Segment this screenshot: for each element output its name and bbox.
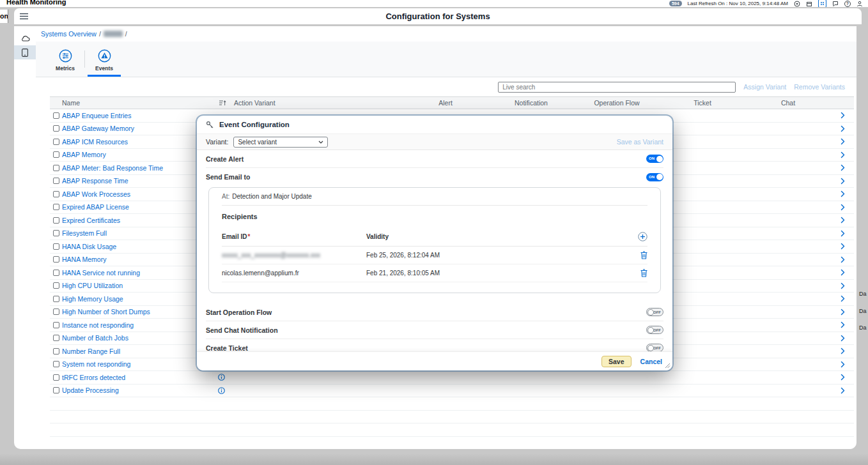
save-as-variant-button[interactable]: Save as Variant: [617, 138, 663, 146]
radar-icon[interactable]: [794, 1, 800, 7]
row-chevron-icon[interactable]: [831, 282, 854, 289]
resize-grip[interactable]: [665, 363, 670, 369]
breadcrumb-system-redacted[interactable]: [104, 31, 123, 37]
create-ticket-toggle[interactable]: OFF: [646, 344, 663, 351]
variant-select[interactable]: Select variant: [233, 137, 328, 148]
row-checkbox[interactable]: [53, 322, 59, 328]
row-checkbox[interactable]: [53, 282, 59, 289]
event-name-link[interactable]: ABAP Gateway Memory: [62, 125, 134, 132]
row-chevron-icon[interactable]: [831, 230, 854, 237]
row-chevron-icon[interactable]: [831, 309, 854, 316]
column-header-notification[interactable]: Notification: [488, 99, 574, 107]
row-checkbox[interactable]: [53, 335, 59, 341]
column-header-name[interactable]: Name: [50, 99, 230, 107]
event-name-link[interactable]: ABAP ICM Resources: [62, 138, 128, 146]
table-row[interactable]: tRFC Errors detected: [50, 371, 854, 385]
row-chevron-icon[interactable]: [831, 125, 854, 132]
package-icon[interactable]: [806, 1, 812, 7]
delete-recipient-button[interactable]: [640, 251, 647, 259]
event-name-link[interactable]: Instance not responding: [62, 321, 134, 329]
row-chevron-icon[interactable]: [831, 347, 854, 354]
column-header-action-variant[interactable]: Action Variant: [230, 99, 403, 107]
dialog-header[interactable]: Event Configuration: [197, 116, 672, 133]
event-name-link[interactable]: High Number of Short Dumps: [62, 308, 150, 316]
row-chevron-icon[interactable]: [831, 138, 854, 145]
row-checkbox[interactable]: [53, 361, 59, 367]
event-name-link[interactable]: System not responding: [62, 360, 130, 368]
row-checkbox[interactable]: [53, 374, 59, 381]
event-name-link[interactable]: Expired Certificates: [62, 217, 120, 224]
row-checkbox[interactable]: [53, 387, 59, 393]
save-button[interactable]: Save: [601, 356, 632, 367]
column-header-ticket[interactable]: Ticket: [660, 99, 745, 107]
row-chevron-icon[interactable]: [831, 178, 854, 185]
row-checkbox[interactable]: [53, 125, 59, 132]
row-checkbox[interactable]: [53, 178, 59, 184]
event-name-link[interactable]: Number Range Full: [62, 347, 120, 355]
event-name-link[interactable]: HANA Service not running: [62, 269, 140, 277]
cancel-button[interactable]: Cancel: [640, 358, 662, 365]
event-name-link[interactable]: ABAP Meter: Bad Response Time: [62, 164, 163, 172]
row-chevron-icon[interactable]: [831, 295, 854, 302]
event-name-link[interactable]: HANA Memory: [62, 255, 106, 263]
send-email-toggle[interactable]: ON: [646, 173, 663, 181]
breadcrumb-link-systems-overview[interactable]: Systems Overview: [41, 30, 97, 38]
tab-metrics[interactable]: Metrics: [46, 42, 84, 77]
chat-bubble-icon[interactable]: [832, 1, 839, 7]
assign-variant-button[interactable]: Assign Variant: [743, 83, 786, 91]
delete-recipient-button[interactable]: [640, 269, 647, 277]
table-row[interactable]: Update Processing: [50, 385, 854, 398]
row-checkbox[interactable]: [53, 217, 59, 224]
live-search-input[interactable]: [498, 82, 736, 93]
event-name-link[interactable]: ABAP Enqueue Entries: [62, 112, 131, 119]
add-recipient-button[interactable]: [638, 232, 647, 241]
account-icon[interactable]: [856, 1, 863, 7]
event-name-link[interactable]: Number of Batch Jobs: [62, 334, 128, 342]
event-name-link[interactable]: Filesystem Full: [62, 229, 107, 237]
event-name-link[interactable]: Update Processing: [62, 386, 119, 394]
row-chevron-icon[interactable]: [831, 151, 854, 158]
row-checkbox[interactable]: [53, 151, 59, 158]
row-checkbox[interactable]: [53, 204, 59, 210]
sidebar-item-cloud[interactable]: [14, 31, 36, 45]
row-chevron-icon[interactable]: [831, 256, 854, 263]
apps-grid-icon[interactable]: [818, 0, 826, 7]
row-checkbox[interactable]: [53, 296, 59, 302]
column-header-operation-flow[interactable]: Operation Flow: [574, 99, 660, 107]
row-chevron-icon[interactable]: [831, 204, 854, 211]
row-chevron-icon[interactable]: [831, 374, 854, 381]
start-operation-flow-toggle[interactable]: OFF: [646, 308, 663, 316]
sort-icon[interactable]: [219, 100, 226, 106]
row-chevron-icon[interactable]: [831, 164, 854, 171]
event-name-link[interactable]: Expired ABAP License: [62, 203, 129, 211]
row-checkbox[interactable]: [53, 139, 59, 145]
row-checkbox[interactable]: [53, 165, 59, 171]
row-chevron-icon[interactable]: [831, 361, 854, 368]
row-chevron-icon[interactable]: [831, 335, 854, 342]
row-checkbox[interactable]: [53, 256, 59, 263]
row-checkbox[interactable]: [53, 270, 59, 276]
help-icon[interactable]: ?: [844, 1, 851, 7]
create-alert-toggle[interactable]: ON: [646, 155, 663, 163]
remove-variants-button[interactable]: Remove Variants: [794, 83, 845, 91]
column-header-alert[interactable]: Alert: [403, 99, 488, 107]
event-name-link[interactable]: tRFC Errors detected: [62, 374, 125, 381]
event-name-link[interactable]: High Memory Usage: [62, 295, 123, 303]
row-chevron-icon[interactable]: [831, 387, 854, 394]
row-checkbox[interactable]: [53, 112, 59, 119]
row-checkbox[interactable]: [53, 348, 59, 354]
tab-events[interactable]: Events: [85, 42, 123, 77]
row-checkbox[interactable]: [53, 243, 59, 250]
row-checkbox[interactable]: [53, 230, 59, 236]
notification-badge[interactable]: 594: [669, 1, 682, 6]
event-name-link[interactable]: ABAP Response Time: [62, 177, 128, 185]
event-name-link[interactable]: HANA Disk Usage: [62, 243, 116, 250]
row-checkbox[interactable]: [53, 191, 59, 197]
row-chevron-icon[interactable]: [831, 321, 854, 328]
row-chevron-icon[interactable]: [831, 217, 854, 224]
send-chat-notification-toggle[interactable]: OFF: [646, 326, 663, 334]
event-name-link[interactable]: ABAP Work Processes: [62, 190, 130, 198]
row-chevron-icon[interactable]: [831, 190, 854, 197]
info-icon[interactable]: [218, 387, 225, 394]
column-header-chat[interactable]: Chat: [745, 99, 831, 107]
